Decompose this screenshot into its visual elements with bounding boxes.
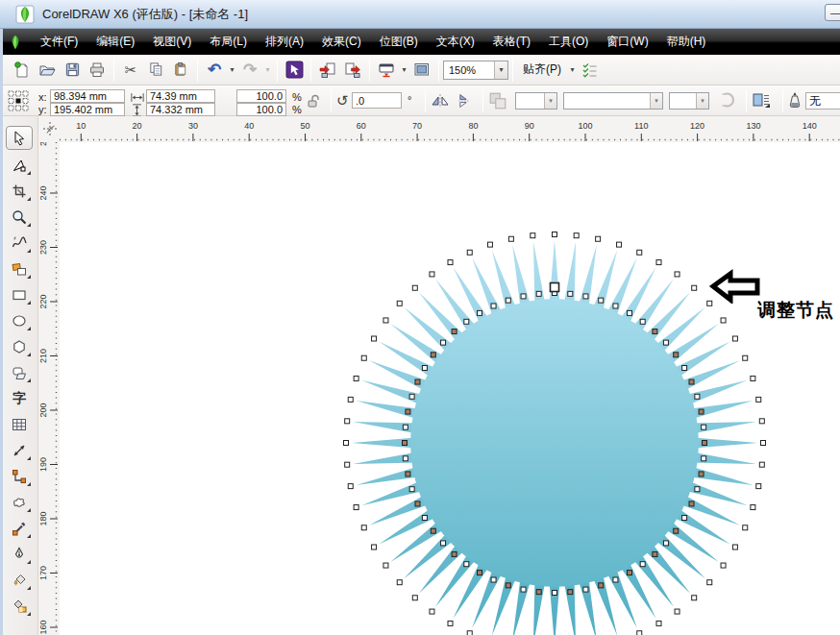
save-button[interactable] — [60, 58, 85, 83]
menu-table[interactable]: 表格(T) — [485, 29, 538, 55]
interactive-fill-tool[interactable] — [6, 594, 33, 618]
open-button[interactable] — [35, 58, 60, 83]
import-button[interactable] — [315, 58, 340, 83]
menu-arrange[interactable]: 排列(A) — [258, 29, 311, 55]
fill-tool[interactable] — [6, 568, 33, 592]
copy-icon — [148, 61, 164, 78]
smart-fill-tool[interactable] — [6, 256, 33, 281]
lock-ratio-icon[interactable] — [306, 93, 321, 109]
application-launcher-button[interactable] — [374, 58, 399, 83]
outline-style-combo[interactable]: ▾ — [515, 92, 557, 110]
snap-to-button[interactable]: 贴齐(P) — [517, 61, 567, 78]
object-width-input[interactable] — [146, 89, 215, 103]
chevron-down-icon[interactable]: ▾ — [696, 93, 708, 109]
connector-tool[interactable] — [6, 464, 33, 488]
horizontal-ruler[interactable]: 102030405060708090100110120130140150 — [60, 116, 840, 142]
mirror-horizontal-icon[interactable] — [431, 93, 450, 109]
snap-dropdown[interactable]: ▾ — [567, 58, 578, 83]
paste-button[interactable] — [168, 58, 193, 83]
redo-icon: ↷ — [243, 60, 257, 80]
text-tool[interactable]: 字 — [6, 386, 33, 410]
print-button[interactable] — [85, 58, 110, 83]
chevron-down-icon[interactable]: ▾ — [494, 61, 507, 79]
menu-effects[interactable]: 效果(C) — [314, 29, 369, 55]
menu-window[interactable]: 窗口(W) — [599, 29, 655, 55]
redo-button[interactable]: ↷ — [237, 58, 262, 83]
dimension-tool[interactable] — [6, 438, 33, 462]
y-position-input[interactable] — [50, 103, 125, 116]
menu-view[interactable]: 视图(V) — [145, 29, 199, 55]
minimize-button[interactable]: — — [825, 4, 840, 21]
ellipse-tool[interactable] — [6, 308, 33, 332]
new-document-button[interactable] — [10, 58, 35, 83]
zoom-level-combo[interactable]: 150% ▾ — [443, 61, 508, 80]
pick-tool[interactable] — [6, 126, 33, 150]
crop-tool[interactable] — [6, 179, 33, 203]
vertical-ruler[interactable]: 250240230220210200190180170160 — [38, 142, 60, 635]
percent-sign: % — [292, 104, 302, 115]
rectangle-tool[interactable] — [6, 282, 33, 306]
polygon-tool[interactable] — [6, 334, 33, 358]
smart-fill-icon — [12, 261, 27, 277]
chevron-down-icon[interactable]: ▾ — [650, 93, 662, 109]
rotation-angle-input[interactable] — [352, 92, 402, 109]
outline-width-combo[interactable]: ▾ — [563, 92, 663, 110]
svg-text:20: 20 — [133, 121, 142, 131]
rotate-icon: ↺ — [336, 92, 349, 110]
freehand-tool[interactable] — [6, 231, 33, 255]
menu-help[interactable]: 帮助(H) — [659, 29, 714, 55]
x-position-input[interactable] — [50, 89, 125, 103]
ellipse-icon — [12, 313, 27, 329]
chevron-down-icon[interactable]: ▾ — [544, 93, 556, 109]
svg-text:210: 210 — [38, 349, 48, 363]
ruler-origin-icon[interactable] — [42, 121, 58, 136]
svg-text:70: 70 — [412, 121, 422, 131]
outline-units-combo[interactable]: ▾ — [669, 92, 709, 110]
cut-button[interactable]: ✂ — [118, 58, 143, 83]
outline-pen-tool[interactable] — [6, 542, 33, 566]
ruler-strip: 102030405060708090100110120130140150 — [3, 116, 840, 142]
svg-text:160: 160 — [38, 620, 48, 634]
shape-edit-tool[interactable] — [6, 490, 33, 514]
search-content-button[interactable] — [282, 58, 307, 83]
object-height-icon — [132, 104, 142, 117]
zoom-tool[interactable] — [6, 205, 33, 229]
outline-color-value[interactable]: 无 — [805, 92, 840, 110]
text-wrap-icon[interactable] — [752, 91, 771, 109]
scale-horizontal-input[interactable] — [236, 89, 286, 103]
toolbar-separator — [512, 59, 513, 82]
menu-layout[interactable]: 布局(L) — [202, 29, 255, 55]
toolbar-separator — [369, 59, 370, 82]
menu-tools[interactable]: 工具(O) — [541, 29, 596, 55]
undo-dropdown[interactable]: ▾ — [227, 58, 237, 83]
basic-shapes-tool[interactable] — [6, 360, 33, 384]
svg-text:170: 170 — [38, 566, 48, 580]
menu-bitmaps[interactable]: 位图(B) — [372, 29, 426, 55]
sun-shape[interactable] — [60, 142, 840, 635]
shape-tool[interactable] — [6, 153, 33, 177]
table-tool[interactable] — [6, 412, 33, 436]
undo-button[interactable]: ↶ — [202, 58, 227, 83]
redo-dropdown[interactable]: ▾ — [262, 58, 273, 83]
menu-file[interactable]: 文件(F) — [33, 29, 86, 55]
mirror-vertical-icon[interactable] — [456, 93, 471, 109]
object-height-input[interactable] — [146, 103, 215, 116]
window-title: CorelDRAW X6 (评估版) - [未命名 -1] — [42, 6, 248, 23]
options-button[interactable] — [578, 58, 603, 83]
app-menu-icon[interactable] — [8, 35, 23, 50]
eyedropper-tool[interactable] — [6, 516, 33, 540]
title-bar: CorelDRAW X6 (评估版) - [未命名 -1] — — [0, 0, 840, 29]
percent-sign: % — [292, 91, 302, 103]
coreldraw-logo-icon — [15, 5, 35, 24]
copy-button[interactable] — [143, 58, 168, 83]
export-button[interactable] — [340, 58, 365, 83]
undo-icon: ↶ — [208, 60, 221, 80]
scale-vertical-input[interactable] — [236, 103, 286, 116]
menu-text[interactable]: 文本(X) — [429, 29, 482, 55]
drawing-canvas[interactable]: 调整节点 — [60, 142, 840, 635]
welcome-screen-button[interactable] — [409, 58, 434, 83]
svg-text:250: 250 — [38, 142, 48, 146]
menu-edit[interactable]: 编辑(E) — [88, 29, 142, 55]
launcher-dropdown[interactable]: ▾ — [399, 58, 409, 83]
svg-text:90: 90 — [525, 121, 534, 131]
